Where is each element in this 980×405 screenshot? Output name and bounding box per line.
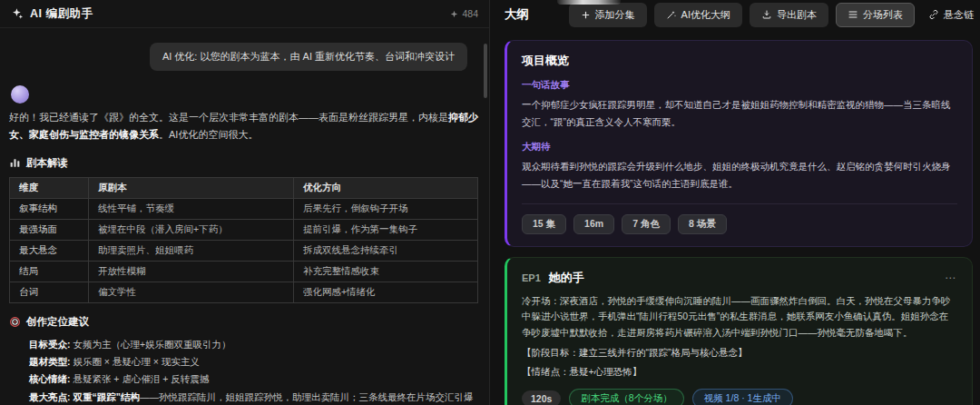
episode-stage-goal: 【阶段目标：建立三线并行的“跟踪”格局与核心悬念】 bbox=[522, 345, 957, 361]
outline-title: 大纲 bbox=[505, 6, 529, 23]
table-cell: 助理卖照片、姐姐喂药 bbox=[89, 240, 294, 261]
ai-optimize-outline-button[interactable]: AI优化大纲 bbox=[654, 3, 742, 27]
table-cell: 后果先行，倒叙钩子开场 bbox=[293, 198, 477, 219]
magic-wand-icon bbox=[666, 9, 677, 20]
table-cell: 线性平铺，节奏缓 bbox=[89, 198, 294, 219]
user-message: AI 优化: 以您的剧本为蓝本，由 AI 重新优化节奏、台词和冲突设计 bbox=[150, 43, 467, 71]
add-episode-button[interactable]: 添加分集 bbox=[569, 3, 647, 27]
credits-counter: 484 bbox=[450, 8, 478, 19]
table-row: 最强场面被埋在中段（潜入房间+下药）提前引爆，作为第一集钩子 bbox=[10, 219, 478, 240]
stat-badge: 15 集 bbox=[522, 214, 566, 234]
credits-value: 484 bbox=[462, 8, 478, 19]
positioning-heading: 创作定位建议 bbox=[9, 315, 478, 329]
episode-card-ep1[interactable]: EP1 她的手 ⋯ 冷开场：深夜酒店，孙悦的手缓缓伸向沉睡的陆川——画面骤然炸白… bbox=[505, 257, 973, 405]
card-divider bbox=[522, 203, 957, 204]
table-cell: 结局 bbox=[10, 261, 89, 282]
plus-icon bbox=[581, 10, 591, 20]
overview-title: 项目概览 bbox=[522, 53, 957, 69]
spark-icon bbox=[450, 10, 458, 18]
table-cell: 叙事结构 bbox=[10, 198, 89, 219]
table-cell: 最强场面 bbox=[10, 219, 89, 240]
table-cell: 被埋在中段（潜入房间+下药） bbox=[89, 219, 294, 240]
list-icon bbox=[848, 9, 858, 20]
expectation-text: 观众期待看到孙悦的跟踪会升级到什么地步、姐姐的终极动机究竟是什么、赵启铭的贪婪何… bbox=[522, 158, 957, 193]
download-icon bbox=[761, 9, 772, 20]
episode-title: 她的手 bbox=[549, 270, 584, 286]
table-cell: 最大悬念 bbox=[10, 240, 89, 261]
table-cell: 开放性模糊 bbox=[89, 261, 294, 282]
table-row: 台词偏文学性强化网感+情绪化 bbox=[10, 282, 478, 302]
left-scrollbar-thumb[interactable] bbox=[484, 44, 487, 98]
chain-link-icon bbox=[928, 9, 939, 20]
project-overview-card: 项目概览 一句话故事 一个抑郁症少女疯狂跟踪男明星，却不知道自己才是被姐姐药物控… bbox=[505, 40, 973, 247]
logline-text: 一个抑郁症少女疯狂跟踪男明星，却不知道自己才是被姐姐药物控制和精密监视的猎物——… bbox=[522, 96, 957, 131]
positioning-list: 目标受众: 女频为主（心理+娱乐圈双重吸引力）题材类型: 娱乐圈 × 悬疑心理 … bbox=[29, 336, 478, 405]
table-row: 结局开放性模糊补充完整情感收束 bbox=[10, 261, 478, 282]
episode-number: EP1 bbox=[522, 272, 541, 283]
table-cell: 强化网感+情绪化 bbox=[293, 282, 477, 302]
analysis-table: 维度原剧本优化方向 叙事结构线性平铺，节奏缓后果先行，倒叙钩子开场最强场面被埋在… bbox=[9, 177, 478, 303]
episode-emotion-point: 【情绪点：悬疑+心理恐怖】 bbox=[522, 364, 957, 380]
sparkles-icon bbox=[11, 7, 24, 20]
table-cell: 提前引爆，作为第一集钩子 bbox=[293, 219, 477, 240]
stats-row: 15 集16m7 角色8 场景 bbox=[522, 214, 957, 234]
ai-avatar bbox=[11, 85, 29, 104]
positioning-item: 目标受众: 女频为主（心理+娱乐圈双重吸引力） bbox=[29, 336, 478, 353]
duration-badge: 120s bbox=[522, 390, 561, 405]
positioning-item: 核心情绪: 悬疑紧张 + 虐心催泪 + 反转震撼 bbox=[29, 370, 478, 388]
expectation-label: 大期待 bbox=[522, 141, 957, 153]
outline-toolbar: 添加分集 AI优化大纲 导出剧本 bbox=[569, 3, 976, 27]
ellipsis-menu-icon[interactable]: ⋯ bbox=[945, 272, 957, 284]
logline-label: 一句话故事 bbox=[522, 79, 957, 92]
assistant-title: AI 编剧助手 bbox=[30, 6, 93, 22]
chat-area: AI 优化: 以您的剧本为蓝本，由 AI 重新优化节奏、台词和冲突设计 好的！我… bbox=[0, 28, 489, 405]
outline-panel: 大纲 添加分集 AI优化大纲 bbox=[490, 0, 980, 405]
ai-assistant-panel: AI 编剧助手 484 AI 优化: 以您的剧本为蓝本，由 AI 重新优化节奏、… bbox=[0, 0, 490, 405]
episode-badges: 120s 剧本完成（8个分场） 视频 1/8 · 1生成中 bbox=[522, 389, 957, 405]
export-script-button[interactable]: 导出剧本 bbox=[750, 3, 828, 27]
positioning-item: 题材类型: 娱乐圈 × 悬疑心理 × 现实主义 bbox=[29, 353, 478, 370]
table-header-cell: 维度 bbox=[10, 177, 89, 198]
table-header-cell: 优化方向 bbox=[293, 177, 477, 198]
top-scroll-indicator[interactable] bbox=[557, 0, 621, 5]
suspense-chain-button[interactable]: 悬念链 bbox=[922, 3, 976, 27]
analysis-heading: 剧本解读 bbox=[9, 156, 478, 170]
table-row: 最大悬念助理卖照片、姐姐喂药拆成双线悬念持续牵引 bbox=[10, 240, 478, 261]
episode-header: EP1 她的手 ⋯ bbox=[522, 270, 957, 286]
stat-badge: 7 角色 bbox=[622, 214, 671, 234]
assistant-header: AI 编剧助手 484 bbox=[0, 0, 489, 28]
table-cell: 偏文学性 bbox=[89, 282, 294, 302]
table-cell: 补充完整情感收束 bbox=[293, 261, 477, 282]
video-status-badge: 视频 1/8 · 1生成中 bbox=[692, 389, 793, 405]
app: AI 编剧助手 484 AI 优化: 以您的剧本为蓝本，由 AI 重新优化节奏、… bbox=[0, 0, 980, 405]
bar-chart-icon bbox=[9, 157, 21, 169]
positioning-item: 最大亮点: 双重“跟踪”结构——孙悦跟踪陆川，姐姐跟踪孙悦，助理出卖陆川；三条线… bbox=[29, 389, 478, 405]
table-cell: 拆成双线悬念持续牵引 bbox=[293, 240, 477, 261]
target-icon bbox=[9, 316, 21, 328]
table-row: 叙事结构线性平铺，节奏缓后果先行，倒叙钩子开场 bbox=[10, 198, 478, 219]
script-status-badge: 剧本完成（8个分场） bbox=[569, 389, 683, 405]
outline-body: 项目概览 一句话故事 一个抑郁症少女疯狂跟踪男明星，却不知道自己才是被姐姐药物控… bbox=[490, 29, 980, 405]
episode-summary: 冷开场：深夜酒店，孙悦的手缓缓伸向沉睡的陆川——画面骤然炸白倒回。白天，孙悦在父… bbox=[522, 293, 957, 342]
stat-badge: 8 场景 bbox=[678, 214, 727, 234]
table-header-cell: 原剧本 bbox=[89, 177, 294, 198]
ai-intro-text: 好的！我已经通读了《跟》的全文。这是一个层次非常丰富的剧本——表面是粉丝跟踪男星… bbox=[9, 109, 478, 144]
table-cell: 台词 bbox=[10, 282, 89, 302]
scene-list-button[interactable]: 分场列表 bbox=[836, 3, 915, 27]
stat-badge: 16m bbox=[573, 214, 614, 234]
